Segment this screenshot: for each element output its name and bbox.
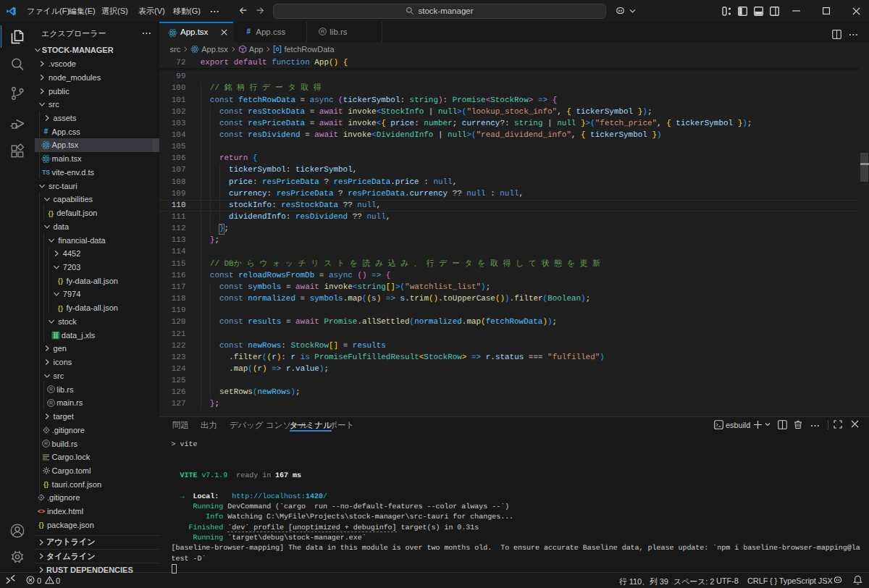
svg-text:R: R xyxy=(49,387,53,392)
svg-text:R: R xyxy=(49,400,53,406)
svg-text:R: R xyxy=(44,441,48,446)
svg-text:R: R xyxy=(321,29,324,34)
